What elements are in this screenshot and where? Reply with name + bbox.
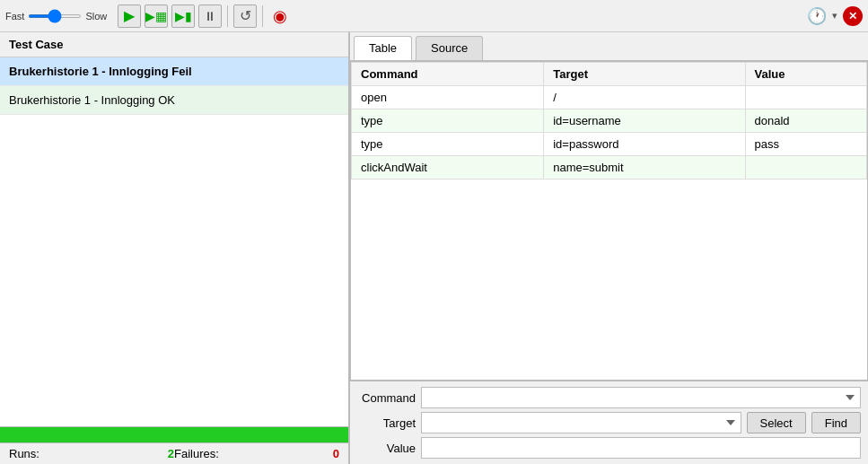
row1-value: donald: [745, 109, 867, 133]
row1-command: type: [352, 109, 544, 133]
select-button[interactable]: Select: [747, 412, 806, 433]
row3-target: name=submit: [544, 156, 745, 179]
value-row: Value: [357, 437, 861, 459]
test-item-label-0: Brukerhistorie 1 - Innlogging Feil: [9, 65, 192, 78]
value-label: Value: [357, 442, 416, 455]
row0-value: [745, 86, 867, 109]
step-icon: ▶▮: [175, 9, 192, 23]
main-area: Test Case Brukerhistorie 1 - Innlogging …: [0, 32, 868, 464]
command-table: Command Target Value open / type id=user…: [351, 62, 867, 179]
command-row: Command: [357, 387, 861, 408]
command-table-container: Command Target Value open / type id=user…: [350, 61, 868, 381]
test-case-header: Test Case: [0, 32, 348, 57]
status-bar: Runs: 2 Failures: 0: [0, 442, 348, 464]
clock-dropdown-icon[interactable]: ▾: [832, 10, 837, 22]
separator: [227, 5, 228, 27]
row1-target: id=username: [544, 109, 745, 133]
failures-value: 0: [333, 447, 339, 460]
run-table-icon: ▶▦: [145, 9, 167, 23]
test-item-1[interactable]: Brukerhistorie 1 - Innlogging OK: [0, 86, 348, 115]
runs-status: Runs: 2: [9, 447, 174, 460]
row0-command: open: [352, 86, 544, 109]
pause-icon: ⏸: [204, 9, 216, 23]
selenium-logo-icon: ◉: [273, 6, 287, 26]
right-panel: Table Source Command Target Value open: [350, 32, 868, 464]
progress-bar-container: [0, 426, 348, 442]
value-input[interactable]: [421, 437, 861, 459]
progress-bar: [0, 427, 348, 442]
col-header-target: Target: [544, 63, 745, 86]
row0-target: /: [544, 86, 745, 109]
table-row[interactable]: type id=username donald: [352, 109, 867, 133]
play-button[interactable]: ▶: [118, 4, 141, 28]
command-label: Command: [357, 391, 416, 405]
speed-fast-label: Fast: [5, 11, 24, 22]
table-row[interactable]: clickAndWait name=submit: [352, 156, 867, 179]
runs-value: 2: [168, 447, 174, 460]
runs-label: Runs:: [9, 447, 39, 460]
speed-slider[interactable]: [28, 14, 82, 18]
tab-table[interactable]: Table: [354, 36, 412, 60]
failures-label: Failures:: [174, 447, 219, 460]
test-item-label-1: Brukerhistorie 1 - Innlogging OK: [9, 93, 175, 107]
col-header-value: Value: [745, 63, 867, 86]
left-panel: Test Case Brukerhistorie 1 - Innlogging …: [0, 32, 350, 464]
failures-status: Failures: 0: [174, 447, 339, 460]
col-header-command: Command: [352, 63, 544, 86]
tab-source[interactable]: Source: [416, 36, 483, 60]
command-select[interactable]: [421, 387, 861, 408]
toolbar: Fast Slow ▶ ▶▦ ▶▮ ⏸ ↺ ◉ 🕐: [0, 0, 868, 32]
rollback-icon: ↺: [240, 7, 251, 24]
test-item-0[interactable]: Brukerhistorie 1 - Innlogging Feil: [0, 57, 348, 86]
row3-value: [745, 156, 867, 179]
row2-target: id=password: [544, 133, 745, 156]
separator2: [262, 5, 263, 27]
table-row[interactable]: open /: [352, 86, 867, 109]
row2-value: pass: [745, 133, 867, 156]
clock-icon: 🕐: [807, 6, 827, 26]
step-button[interactable]: ▶▮: [171, 4, 195, 28]
target-row: Target Select Find: [357, 412, 861, 433]
table-row[interactable]: type id=password pass: [352, 133, 867, 156]
tab-bar: Table Source: [350, 32, 868, 61]
speed-slow-label: Slow: [85, 11, 107, 22]
pause-button[interactable]: ⏸: [198, 4, 222, 28]
test-list: Brukerhistorie 1 - Innlogging Feil Bruke…: [0, 57, 348, 426]
selenium-logo-button[interactable]: ◉: [268, 4, 292, 28]
rollback-button[interactable]: ↺: [233, 4, 257, 28]
close-button[interactable]: ✕: [843, 6, 863, 26]
command-form: Command Target Select Find Value: [350, 381, 868, 464]
row3-command: clickAndWait: [352, 156, 544, 179]
target-select[interactable]: [421, 412, 741, 433]
tab-table-label: Table: [369, 41, 397, 55]
play-icon: ▶: [124, 7, 135, 24]
run-table-button[interactable]: ▶▦: [145, 4, 168, 28]
find-button[interactable]: Find: [811, 412, 861, 433]
target-label: Target: [357, 416, 416, 430]
speed-control: Fast Slow: [5, 11, 107, 22]
tab-source-label: Source: [431, 41, 468, 55]
row2-command: type: [352, 133, 544, 156]
